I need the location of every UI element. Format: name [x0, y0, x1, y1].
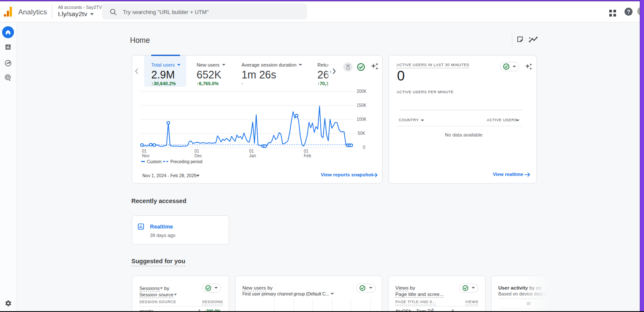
svg-text:200K: 200K	[357, 89, 367, 94]
svg-text:01: 01	[194, 149, 200, 153]
svg-text:50K: 50K	[358, 131, 365, 136]
svg-text:01: 01	[304, 149, 309, 153]
svg-text:100K: 100K	[357, 117, 367, 122]
svg-text:0: 0	[363, 145, 365, 150]
svg-text:150K: 150K	[357, 103, 367, 108]
svg-text:01: 01	[142, 149, 147, 153]
svg-text:Dec: Dec	[194, 153, 202, 158]
svg-text:Preceding period: Preceding period	[170, 159, 203, 164]
svg-text:Custom: Custom	[147, 159, 161, 164]
svg-text:01: 01	[249, 149, 254, 153]
svg-text:Nov: Nov	[142, 153, 150, 158]
svg-text:Jan: Jan	[249, 153, 256, 158]
svg-text:Feb: Feb	[304, 153, 311, 158]
